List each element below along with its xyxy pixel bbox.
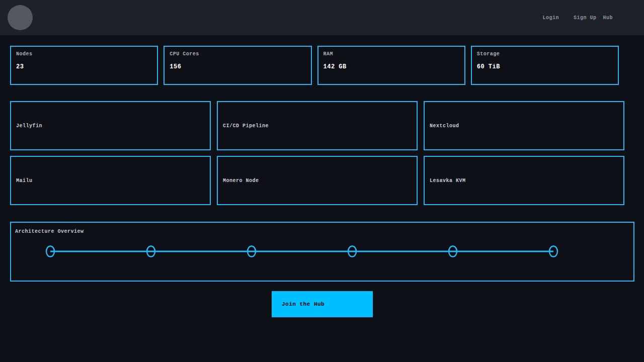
navbar: Login Sign Up Hub <box>0 0 644 35</box>
stat-card-nodes: Nodes 23 <box>10 46 158 85</box>
services-grid: Jellyfin CI/CD Pipeline Nextcloud Mailu … <box>10 101 624 205</box>
nav-link-login[interactable]: Login <box>542 15 559 21</box>
stat-value: 142 GB <box>324 63 459 70</box>
service-title: Mailu <box>16 178 33 184</box>
architecture-diagram <box>11 223 633 281</box>
stat-value: 23 <box>16 63 152 70</box>
nav-links: Login Sign Up Hub <box>542 15 613 21</box>
service-card-jellyfin[interactable]: Jellyfin <box>10 101 211 150</box>
stat-label: Storage <box>477 51 613 57</box>
service-card-mailu[interactable]: Mailu <box>10 156 211 205</box>
service-card-cicd-pipeline[interactable]: CI/CD Pipeline <box>217 101 418 150</box>
service-title: Lesavka KVM <box>430 178 466 184</box>
service-title: Nextcloud <box>430 123 459 129</box>
stat-card-cpu-cores: CPU Cores 156 <box>164 46 311 85</box>
service-title: CI/CD Pipeline <box>223 123 269 129</box>
service-card-monero-node[interactable]: Monero Node <box>217 156 418 205</box>
join-hub-button[interactable]: Join the Hub <box>272 291 373 317</box>
service-card-nextcloud[interactable]: Nextcloud <box>424 101 624 150</box>
service-title: Jellyfin <box>16 123 42 129</box>
service-card-lesavka-kvm[interactable]: Lesavka KVM <box>424 156 624 205</box>
stat-label: Nodes <box>16 51 152 57</box>
stat-card-storage: Storage 60 TiB <box>471 46 619 85</box>
cta-container: Join the Hub <box>10 291 634 317</box>
service-title: Monero Node <box>223 178 259 184</box>
avatar[interactable] <box>8 5 33 30</box>
stat-label: RAM <box>324 51 459 57</box>
nav-link-signup[interactable]: Sign Up <box>574 15 597 21</box>
main-content: Nodes 23 CPU Cores 156 RAM 142 GB Storag… <box>0 46 644 317</box>
stat-card-ram: RAM 142 GB <box>317 46 465 85</box>
stat-value: 156 <box>170 63 305 70</box>
stats-row: Nodes 23 CPU Cores 156 RAM 142 GB Storag… <box>10 46 619 85</box>
stat-label: CPU Cores <box>170 51 305 57</box>
nav-link-hub[interactable]: Hub <box>603 15 613 21</box>
architecture-panel: Architecture Overview <box>10 222 634 282</box>
stat-value: 60 TiB <box>477 63 613 70</box>
